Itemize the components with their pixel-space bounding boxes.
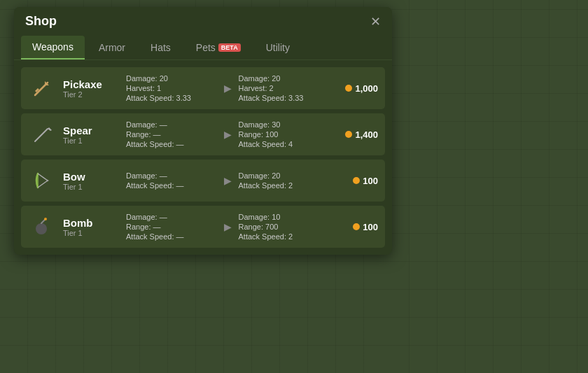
close-button[interactable]: ✕ bbox=[370, 15, 381, 28]
beta-badge: BETA bbox=[218, 43, 241, 52]
bow-name-block: Bow Tier 1 bbox=[63, 171, 119, 191]
coin-dot bbox=[345, 85, 352, 92]
item-row[interactable]: Spear Tier 1 Damage: — Range: — Attack S… bbox=[21, 113, 385, 155]
svg-marker-2 bbox=[48, 127, 52, 131]
shop-content: Pickaxe Tier 2 Damage: 20 Harvest: 1 Att… bbox=[14, 60, 392, 255]
bow-stats-upgraded: Damage: 20 Attack Speed: 2 bbox=[239, 171, 330, 190]
spear-name: Spear bbox=[63, 125, 119, 136]
tab-utility[interactable]: Utility bbox=[255, 36, 301, 59]
bomb-name-block: Bomb Tier 1 bbox=[63, 217, 119, 237]
bow-tier: Tier 1 bbox=[63, 183, 119, 191]
arrow-icon: ▶ bbox=[224, 83, 232, 94]
tab-pets[interactable]: Pets BETA bbox=[185, 36, 252, 59]
pickaxe-name: Pickaxe bbox=[63, 78, 119, 90]
coin-dot bbox=[353, 223, 360, 230]
pickaxe-stats-upgraded: Damage: 20 Harvest: 2 Attack Speed: 3.33 bbox=[239, 74, 330, 102]
tab-hats[interactable]: Hats bbox=[139, 36, 182, 59]
pickaxe-icon bbox=[28, 74, 56, 102]
price-value: 1,000 bbox=[355, 83, 378, 94]
arrow-icon: ▶ bbox=[224, 175, 232, 186]
svg-line-8 bbox=[41, 220, 45, 223]
bomb-tier: Tier 1 bbox=[63, 229, 119, 237]
bow-icon bbox=[28, 167, 56, 195]
spear-name-block: Spear Tier 1 bbox=[63, 125, 119, 145]
pickaxe-name-block: Pickaxe Tier 2 bbox=[63, 78, 119, 99]
spear-price: 1,400 bbox=[336, 129, 378, 140]
pickaxe-tier: Tier 2 bbox=[63, 90, 119, 99]
shop-modal: Shop ✕ Weapons Armor Hats Pets BETA Util… bbox=[14, 7, 392, 255]
coin-dot bbox=[345, 131, 352, 138]
svg-line-4 bbox=[38, 174, 48, 181]
spear-tier: Tier 1 bbox=[63, 136, 119, 145]
item-row[interactable]: Pickaxe Tier 2 Damage: 20 Harvest: 1 Att… bbox=[21, 67, 385, 109]
pickaxe-stats-current: Damage: 20 Harvest: 1 Attack Speed: 3.33 bbox=[126, 74, 217, 102]
bomb-stats-current: Damage: — Range: — Attack Speed: — bbox=[126, 213, 217, 241]
spear-stats-upgraded: Damage: 30 Range: 100 Attack Speed: 4 bbox=[239, 120, 330, 148]
shop-header: Shop ✕ bbox=[14, 7, 392, 36]
bomb-icon bbox=[28, 213, 56, 241]
pickaxe-price: 1,000 bbox=[336, 83, 378, 94]
bow-stats-current: Damage: — Attack Speed: — bbox=[126, 171, 217, 190]
shop-tabs: Weapons Armor Hats Pets BETA Utility bbox=[14, 36, 392, 60]
tab-armor[interactable]: Armor bbox=[88, 36, 136, 59]
item-row[interactable]: Bomb Tier 1 Damage: — Range: — Attack Sp… bbox=[21, 206, 385, 248]
shop-title: Shop bbox=[25, 14, 57, 29]
coin-dot bbox=[353, 177, 360, 184]
bomb-price: 100 bbox=[336, 222, 378, 232]
bomb-name: Bomb bbox=[63, 217, 119, 229]
price-value: 100 bbox=[363, 176, 378, 186]
arrow-icon: ▶ bbox=[224, 129, 232, 140]
arrow-icon: ▶ bbox=[224, 221, 232, 232]
bow-price: 100 bbox=[336, 176, 378, 186]
spear-icon bbox=[28, 120, 56, 148]
price-value: 1,400 bbox=[355, 129, 378, 140]
svg-point-7 bbox=[36, 223, 47, 234]
svg-line-5 bbox=[38, 181, 48, 188]
spear-stats-current: Damage: — Range: — Attack Speed: — bbox=[126, 120, 217, 148]
bomb-stats-upgraded: Damage: 10 Range: 700 Attack Speed: 2 bbox=[239, 213, 330, 241]
price-value: 100 bbox=[363, 222, 378, 232]
item-row[interactable]: Bow Tier 1 Damage: — Attack Speed: — ▶ D… bbox=[21, 160, 385, 202]
svg-point-9 bbox=[44, 218, 47, 220]
bow-name: Bow bbox=[63, 171, 119, 183]
tab-weapons[interactable]: Weapons bbox=[21, 36, 85, 59]
svg-line-1 bbox=[35, 129, 48, 141]
